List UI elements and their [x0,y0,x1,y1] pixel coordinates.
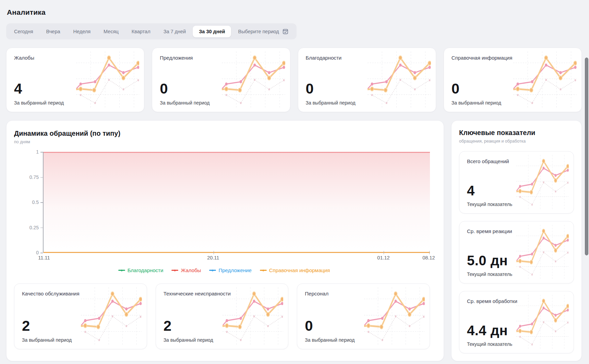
card-caption: Текущий показатель [467,341,566,347]
legend-item-reference-info[interactable]: Справочная информация [260,267,330,273]
line-dot-marker-icon [171,270,178,271]
card-service-quality: Качество обслуживания 2 За выбранный пер… [14,283,147,349]
category-cards-row: Качество обслуживания 2 За выбранный пер… [14,283,430,349]
legend-item-suggestion[interactable]: Предложение [209,267,251,273]
tab-30-days[interactable]: За 30 дней [193,26,231,37]
card-caption: Текущий показатель [467,202,566,207]
legend-item-complaints[interactable]: Жалобы [171,267,201,273]
sidebar-cards: Всего обращений 4 Текущий показатель Ср. [459,151,574,353]
chart-legend: Благодарности Жалобы Предложение Справоч… [14,267,434,273]
card-title: Ср. время обработки [467,298,566,304]
chart-title: Динамика обращений (по типу) [14,130,434,137]
card-avg-processing-time: Ср. время обработки 4.4 дн Текущий показ… [459,291,574,353]
card-caption: За выбранный период [22,337,139,343]
tab-today[interactable]: Сегодня [8,26,39,37]
card-avg-reaction-time: Ср. время реакции 5.0 дн Текущий показат… [459,221,574,283]
line-dot-marker-icon [118,270,125,271]
card-value: 2 [22,319,139,333]
line-dot-marker-icon [260,270,267,271]
legend-label: Благодарности [128,267,164,273]
card-technical-faults: Технические неисправности 2 За выбранный… [156,283,289,349]
y-tick: 1 [36,149,39,155]
sidebar-title: Ключевые показатели [459,129,574,137]
y-tick: 0.75 [29,174,39,180]
y-axis-labels: 1 0.75 0.5 0.25 0 [14,152,43,253]
x-tick: 11.11 [38,255,50,260]
chart-subtitle: по дням [14,139,434,144]
card-title: Ср. время реакции [467,228,566,234]
card-complaints: Жалобы 4 За выбранный период [6,48,144,112]
card-title: Всего обращений [467,158,566,164]
tab-month[interactable]: Месяц [97,26,125,37]
card-title: Жалобы [14,55,136,61]
card-value: 0 [305,319,422,333]
y-tick: 0.25 [29,225,39,230]
plot-area [43,152,430,253]
card-caption: За выбранный период [306,100,428,106]
card-title: Благодарности [306,55,428,61]
legend-item-gratitude[interactable]: Благодарности [118,267,164,273]
card-title: Технические неисправности [164,291,281,296]
card-value: 5.0 дн [467,254,566,267]
x-tick: 01.12 [377,255,389,260]
card-caption: За выбранный период [160,100,282,106]
card-caption: За выбранный период [452,100,574,106]
analytics-page: Аналитика Сегодня Вчера Неделя Месяц Ква… [0,0,589,361]
card-caption: За выбранный период [305,337,422,343]
card-value: 4 [14,82,136,96]
card-value: 0 [306,82,428,96]
card-suggestions: Предложения 0 За выбранный период [152,48,290,112]
reference-info-line-series [44,252,430,253]
key-indicators-panel: Ключевые показатели обращения, реакция и… [451,120,582,361]
card-gratitude: Благодарности 0 За выбранный период [298,48,436,112]
x-tick: 08.12 [422,255,435,260]
x-axis-labels: 11.11 20.11 01.12 08.12 [43,255,430,263]
page-title: Аналитика [7,8,582,16]
tab-yesterday[interactable]: Вчера [40,26,67,37]
legend-label: Справочная информация [269,267,330,273]
card-value: 4.4 дн [467,324,566,337]
tab-week[interactable]: Неделя [67,26,97,37]
line-dot-marker-icon [209,270,216,271]
card-title: Персонал [305,291,422,296]
tab-custom-period-label: Выберите период [238,29,279,34]
tab-custom-period[interactable]: Выберите период [232,25,294,38]
period-tabbar: Сегодня Вчера Неделя Месяц Квартал За 7 … [6,23,297,39]
sidebar-subtitle: обращения, реакция и обработка [459,139,574,144]
card-title: Качество обслуживания [22,291,139,296]
card-value: 4 [467,184,566,197]
vertical-scrollbar-thumb[interactable] [585,58,588,255]
content-row: Динамика обращений (по типу) по дням 1 0… [6,120,582,361]
card-total-requests: Всего обращений 4 Текущий показатель [459,151,574,214]
card-caption: Текущий показатель [467,271,566,277]
card-title: Справочная информация [452,55,574,61]
tab-7-days[interactable]: За 7 дней [157,26,192,37]
legend-label: Жалобы [181,267,201,273]
card-personnel: Персонал 0 За выбранный период [297,283,430,349]
dynamics-chart: 1 0.75 0.5 0.25 0 [14,152,434,253]
card-title: Предложения [160,55,282,61]
card-value: 0 [160,82,282,96]
dynamics-panel: Динамика обращений (по типу) по дням 1 0… [6,120,444,361]
x-tick: 20.11 [207,255,219,260]
legend-label: Предложение [218,267,251,273]
card-value: 0 [452,82,574,96]
y-tick: 0 [36,250,39,255]
tab-quarter[interactable]: Квартал [125,26,157,37]
summary-cards-row: Жалобы 4 За выбранный период Предложения… [6,48,582,112]
calendar-check-icon [282,28,289,35]
y-tick: 0.5 [32,199,39,205]
card-value: 2 [164,319,281,333]
complaints-area-series [44,152,430,253]
card-reference-info: Справочная информация 0 За выбранный пер… [444,48,582,112]
card-caption: За выбранный период [164,337,281,343]
card-caption: За выбранный период [14,100,136,106]
